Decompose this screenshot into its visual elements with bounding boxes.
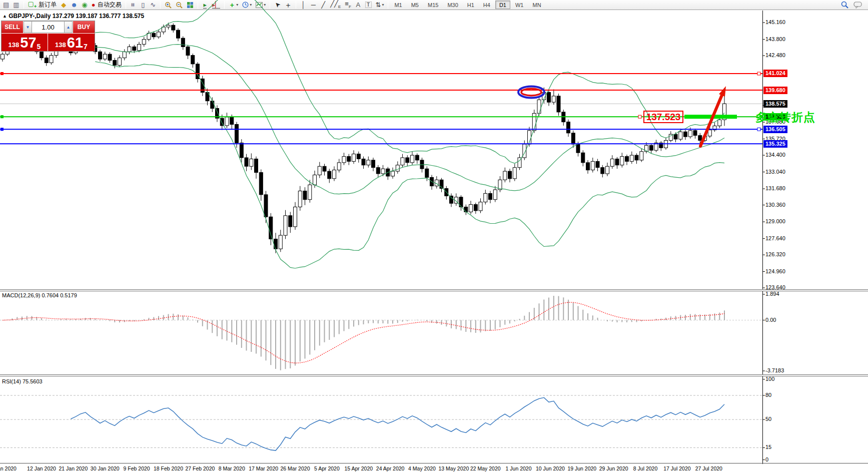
main-macd-separator[interactable] xyxy=(0,289,868,291)
bid-pip-digit: 5 xyxy=(37,43,41,50)
bid-prefix: 138 xyxy=(9,40,20,50)
macd-histogram xyxy=(3,296,724,370)
ask-big-digits: 61 xyxy=(67,36,83,50)
volume-down-button[interactable]: ▼ xyxy=(24,21,32,33)
line-handle[interactable] xyxy=(1,115,4,118)
price-callout-box[interactable]: 137.523 xyxy=(643,111,683,123)
line-handle[interactable] xyxy=(757,128,760,131)
line-handle[interactable] xyxy=(1,128,4,131)
chart-ohlc-values: 137.279 139.187 136.777 138.575 xyxy=(53,13,145,20)
ask-quote[interactable]: 138 61 7 xyxy=(48,34,95,51)
panel-collapse-arrow[interactable]: ▲ xyxy=(3,14,7,19)
sell-button[interactable]: SELL xyxy=(2,21,24,33)
trade-panel-quotes: 138 57 5 138 61 7 xyxy=(2,33,95,51)
rsi-indicator-label: RSI(14) 75.5603 xyxy=(2,378,43,384)
bid-quote[interactable]: 138 57 5 xyxy=(2,34,48,51)
line-handle[interactable] xyxy=(638,115,641,118)
macd-rsi-separator[interactable] xyxy=(0,374,868,376)
bollinger-bands xyxy=(95,0,724,268)
chart-title: ▲ GBPJPY-,Daily 137.279 139.187 136.777 … xyxy=(3,13,144,20)
macd-indicator-label: MACD(12,26,9) 0.7604 0.5179 xyxy=(2,292,77,298)
rsi-bottom-border xyxy=(0,463,868,463)
one-click-trading-panel: SELL ▼ ▲ BUY 138 57 5 138 61 7 xyxy=(1,21,95,52)
bid-big-digits: 57 xyxy=(20,36,36,50)
chart-symbol-label: GBPJPY-,Daily xyxy=(9,13,51,20)
volume-input[interactable] xyxy=(32,21,64,33)
macd-signal-line xyxy=(3,302,724,363)
rsi-line xyxy=(71,397,725,450)
chinese-annotation-text[interactable]: 多空转折点 xyxy=(755,110,815,125)
line-handle[interactable] xyxy=(757,72,760,75)
buy-button[interactable]: BUY xyxy=(73,21,95,33)
trade-panel-controls: SELL ▼ ▲ BUY xyxy=(2,21,95,33)
chart-canvas[interactable] xyxy=(0,0,868,472)
ask-prefix: 138 xyxy=(55,40,66,50)
volume-up-button[interactable]: ▲ xyxy=(64,21,73,33)
trading-app-window: ▤ ▥ ▢+ 新订单 ◆ ☻ ◉ ● 自动交易 ≡ ▯ ∿ ▸ ▸▏ ＋▾ xyxy=(0,0,868,472)
line-handle[interactable] xyxy=(1,72,4,75)
ask-pip-digit: 7 xyxy=(84,43,88,50)
candlestick-series xyxy=(1,23,726,253)
